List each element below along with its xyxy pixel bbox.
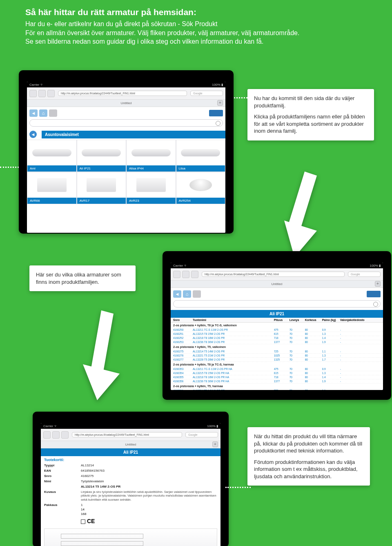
kv-row: Snro4160275 — [41, 473, 220, 479]
product-card[interactable]: AVR66 — [27, 172, 77, 204]
connector-dots-left — [0, 167, 21, 168]
product-card[interactable]: AVR17 — [77, 172, 127, 204]
product-card[interactable]: AVR254 — [176, 172, 226, 204]
tab-bar: Untitled + — [27, 100, 225, 107]
cell: 80 — [305, 328, 322, 331]
table-row[interactable]: 4160253AL13236 T8 36W 2-OS PR137770801.9… — [171, 340, 383, 344]
cell: 80 — [305, 358, 322, 361]
product-card[interactable]: Ali IP21 — [77, 140, 127, 172]
arrow-icon — [81, 310, 126, 402]
table-row[interactable]: 4160277AL13228 T5 28W 2-OS PR132570801.7… — [171, 358, 383, 362]
table-row[interactable]: 4160250AL13211 TC-S 11W 2-OS PR47570800.… — [171, 328, 383, 332]
kv-row: TyyppiAL13214 — [41, 463, 220, 468]
category-back-button[interactable]: ◄ — [29, 131, 37, 138]
nav-back-icon[interactable]: ◄ — [173, 290, 181, 298]
cell: - — [340, 328, 381, 331]
cell: 4160354 — [173, 372, 193, 374]
back-button[interactable] — [173, 271, 180, 278]
table-row[interactable]: 4160353AL13211 TC-S 11W 2-OS PR HA475708… — [171, 367, 383, 371]
table-row[interactable]: 4160356AL13236 T8 36W 2-OS PR HA13777080… — [171, 379, 383, 383]
kv-row: EAN6418584156763 — [41, 468, 220, 473]
status-bar: Carrier ᯤ100% ▮ — [27, 82, 225, 87]
arrow-icon — [280, 172, 333, 259]
cell: 70 — [290, 350, 305, 353]
cell: 4160275 — [173, 350, 193, 353]
tab-label[interactable]: Untitled — [120, 101, 131, 105]
svg-marker-2 — [91, 310, 114, 372]
tab-label[interactable]: Untitled — [125, 443, 136, 446]
cell: AL13215 T8 15W 2-OS PR HA — [193, 372, 274, 374]
url-field[interactable]: http://m.airplux.procus.fi/catalog/22449… — [202, 272, 345, 277]
cell: 1.9 — [322, 341, 340, 343]
forward-button[interactable] — [182, 271, 189, 278]
product-card[interactable]: Alisa IP44 — [126, 140, 176, 172]
cell: 4160211 — [173, 389, 193, 390]
tablet-product-list: Carrier ᯤ100% ▮ http://m.airplux.procus.… — [163, 251, 391, 400]
new-tab-button[interactable]: + — [212, 441, 218, 447]
table-row[interactable]: 4160354AL13215 T8 15W 2-OS PR HA61570801… — [171, 371, 383, 375]
cell: 0.9 — [322, 328, 340, 331]
nav-back-icon[interactable]: ◄ — [29, 109, 38, 117]
kv-row: AL13214 T5 14W 2-OS PR — [41, 484, 220, 489]
table-group: 2-os pistorasia + kytkin, T5, harmaa — [171, 383, 383, 389]
callout-family-list: Här ser du vilka olika armaturer som fin… — [29, 265, 136, 291]
product-card[interactable]: Ami — [27, 140, 77, 172]
table-row[interactable]: 4160276AL13221 T5 21W 2-OS PR102570801.3… — [171, 354, 383, 358]
product-card[interactable]: Liisa — [176, 140, 226, 172]
cell: - — [340, 337, 381, 339]
kv-val: AL13214 T5 14W 2-OS PR — [81, 485, 217, 488]
bookmark-icon[interactable] — [191, 271, 198, 278]
table-group: 2-os pistorasia + kytkin, T8 ja TC-S, va… — [171, 323, 383, 328]
table-row[interactable]: 4160211AL10214 T5 14W 2-OS PR72570801.1- — [171, 389, 383, 390]
url-field[interactable]: http://m.airplux.procus.fi/catalog/22449… — [72, 432, 182, 437]
search-field[interactable]: Google — [348, 272, 381, 277]
nav-home-icon[interactable]: ⌂ — [183, 290, 191, 298]
kv-key: Snro — [44, 474, 81, 478]
nav-home-icon[interactable]: ⌂ — [39, 109, 47, 117]
cell: 1.4 — [322, 376, 340, 379]
cell: - — [340, 332, 381, 335]
table-row[interactable]: 4160355AL13218 T8 18W 2-OS PR HA71870801… — [171, 375, 383, 379]
cell: - — [340, 380, 381, 383]
table-row[interactable]: 4160251AL13215 T8 15W 2-OS PR61570801.3- — [171, 332, 383, 336]
url-field[interactable]: http://m.airplux.procus.fi/catalog/22449… — [58, 91, 187, 96]
bookmark-icon[interactable] — [61, 431, 69, 439]
cell: 1025 — [274, 354, 290, 357]
back-button[interactable] — [29, 90, 37, 97]
kv-val: 4160275 — [81, 474, 217, 478]
cell: AL13211 TC-S 11W 2-OS PR — [193, 328, 274, 331]
cell: 725 — [274, 389, 290, 390]
tab-label[interactable]: Untitled — [271, 282, 282, 286]
intro-title: Så här hittar du rätt armatur på hemsida… — [25, 7, 360, 17]
cell: 475 — [274, 368, 290, 370]
bookmark-icon[interactable] — [47, 90, 55, 97]
kv-val: AL13214 — [81, 464, 217, 467]
table-row[interactable]: 4160252AL13218 T8 18W 2-OS PR71870801.4- — [171, 336, 383, 340]
site-search-input[interactable] — [29, 119, 223, 127]
cell: 80 — [305, 376, 322, 379]
browser-toolbar: http://m.airplux.procus.fi/catalog/22449… — [171, 268, 383, 281]
cell: 70 — [290, 389, 305, 390]
forward-button[interactable] — [38, 90, 46, 97]
new-tab-button[interactable]: + — [375, 281, 381, 287]
cell: AL13228 T5 28W 2-OS PR — [193, 358, 274, 361]
cell: 1325 — [274, 358, 290, 361]
table-body: 2-os pistorasia + kytkin, T8 ja TC-S, va… — [171, 323, 383, 390]
card-header: Ali IP21 — [41, 448, 220, 456]
forward-button[interactable] — [52, 431, 60, 439]
status-bar: Carrier ᯤ100% ▮ — [41, 423, 220, 429]
kv-key: Kuvaus — [44, 490, 81, 501]
cell: 80 — [305, 332, 322, 335]
cell: 80 — [305, 337, 322, 339]
product-card[interactable]: AVR23 — [126, 172, 176, 204]
carrier-label: Carrier ᯤ — [173, 264, 187, 267]
battery-label: 100% ▮ — [212, 83, 223, 87]
back-button[interactable] — [43, 431, 51, 439]
search-field[interactable]: Google — [190, 91, 223, 96]
site-search-input[interactable] — [173, 300, 381, 308]
cell: 80 — [305, 389, 322, 390]
table-row[interactable]: 4160275AL13214 T5 14W 2-OS PR72570801.1- — [171, 350, 383, 354]
new-tab-button[interactable]: + — [217, 100, 223, 106]
cell: 4160251 — [173, 332, 193, 335]
search-field[interactable]: Google — [185, 432, 218, 437]
